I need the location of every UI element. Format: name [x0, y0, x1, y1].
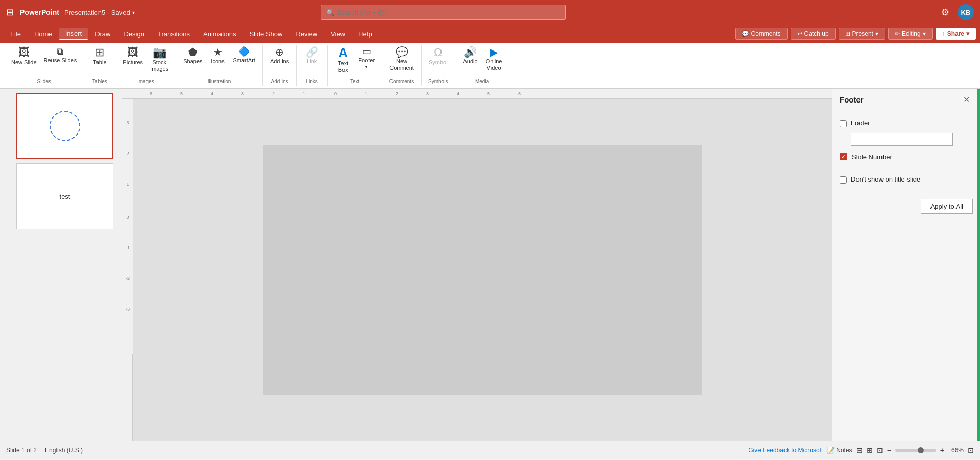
menu-item-review[interactable]: Review	[289, 28, 324, 40]
symbol-icon: Ω	[434, 47, 442, 58]
svg-text:-3: -3	[126, 306, 130, 312]
slide1-placeholder-circle	[50, 111, 80, 141]
status-bar: Slide 1 of 2 English (U.S.) Give Feedbac…	[0, 441, 980, 459]
dont-show-title-label[interactable]: Don't show on title slide	[851, 175, 920, 183]
svg-text:-5: -5	[179, 91, 183, 96]
ribbon-group-addins: ⊕ Add-ins Add-ins	[263, 45, 297, 86]
svg-text:-6: -6	[148, 91, 152, 96]
menu-item-insert[interactable]: Insert	[59, 28, 88, 40]
fit-slide-button[interactable]: ⊡	[968, 446, 974, 454]
menu-item-slideshow[interactable]: Slide Show	[243, 28, 288, 40]
share-icon: ↑	[942, 30, 945, 37]
slide-main	[263, 145, 702, 395]
icons-button[interactable]: ★ Icons	[207, 45, 229, 67]
svg-rect-14	[122, 99, 133, 354]
symbol-button[interactable]: Ω Symbol	[426, 45, 451, 68]
add-ins-button[interactable]: ⊕ Add-ins	[267, 45, 292, 67]
slide-thumb-wrapper-1: 1	[4, 93, 118, 159]
zoom-in-button[interactable]: +	[940, 446, 944, 454]
footer-arrow-icon: ▾	[365, 65, 368, 69]
zoom-level: 66%	[948, 447, 964, 454]
smartart-button[interactable]: 🔷 SmartArt	[230, 45, 258, 66]
menu-item-transitions[interactable]: Transitions	[152, 28, 196, 40]
search-box[interactable]: 🔍	[321, 5, 566, 20]
text-box-button[interactable]: A TextBox	[332, 45, 354, 75]
link-button[interactable]: 🔗 Link	[301, 45, 323, 67]
new-slide-button[interactable]: 🖼 New Slide	[8, 45, 40, 68]
notes-button[interactable]: 📝 Notes	[827, 447, 852, 454]
normal-view-button[interactable]: ⊟	[856, 446, 863, 454]
footer-panel: Footer ✕ Footer Slide Number Don't show …	[832, 89, 980, 441]
menu-item-draw[interactable]: Draw	[89, 28, 116, 40]
online-video-button[interactable]: ▶ OnlineVideo	[483, 45, 505, 73]
apply-all-row: Apply to All	[840, 193, 973, 214]
footer-option-dont-show: Don't show on title slide	[840, 175, 973, 184]
feedback-link[interactable]: Give Feedback to Microsoft	[748, 447, 823, 454]
svg-text:1: 1	[126, 182, 129, 187]
svg-text:3: 3	[126, 120, 129, 125]
editing-button[interactable]: ✏ Editing ▾	[888, 28, 933, 40]
footer-ribbon-icon: ▭	[362, 47, 371, 56]
footer-panel-header: Footer ✕	[832, 89, 980, 111]
catchup-button[interactable]: ↩ Catch up	[791, 28, 836, 40]
menu-right-buttons: 💬 Comments ↩ Catch up ⊞ Present ▾ ✏ Edit…	[735, 28, 976, 40]
apply-to-all-button[interactable]: Apply to All	[921, 199, 973, 214]
pictures-icon: 🖼	[127, 47, 138, 58]
file-dropdown-icon[interactable]: ▾	[132, 10, 135, 15]
ribbon-group-text: A TextBox ▭ Footer ▾ Text	[328, 45, 382, 86]
new-comment-button[interactable]: 💬 NewComment	[386, 45, 417, 73]
ruler-horizontal: -6 -5 -4 -3 -2 -1 0 1 2 3 4 5 6	[122, 89, 832, 99]
footer-panel-close-button[interactable]: ✕	[960, 94, 973, 106]
svg-text:1: 1	[365, 91, 368, 96]
notes-icon: 📝	[827, 447, 835, 454]
slide-canvas[interactable]	[133, 99, 832, 441]
reuse-slides-button[interactable]: ⧉ Reuse Slides	[41, 45, 80, 66]
svg-rect-0	[122, 89, 832, 99]
language-indicator: English (U.S.)	[45, 447, 83, 454]
share-button[interactable]: ↑ Share ▾	[936, 28, 976, 40]
footer-text-input[interactable]	[851, 133, 953, 146]
footer-button[interactable]: ▭ Footer ▾	[355, 45, 378, 71]
svg-text:3: 3	[426, 91, 429, 96]
present-dropdown-icon: ▾	[875, 30, 878, 37]
svg-text:6: 6	[518, 91, 521, 96]
pictures-button[interactable]: 🖼 Pictures	[119, 45, 146, 68]
ribbon-group-media: 🔊 Audio ▶ OnlineVideo Media	[455, 45, 509, 86]
user-avatar[interactable]: KB	[958, 4, 974, 20]
ribbon-group-tables: ⊞ Table Tables	[84, 45, 115, 86]
audio-icon: 🔊	[464, 47, 477, 57]
slide2-text: test	[60, 193, 70, 200]
audio-button[interactable]: 🔊 Audio	[459, 45, 482, 67]
zoom-slider-container[interactable]	[895, 449, 936, 452]
main-area: 1 2 test -6 -5 -4 -3 -2 -1 0	[0, 89, 980, 441]
slide-thumbnail-1[interactable]	[16, 93, 113, 159]
settings-button[interactable]: ⚙	[937, 4, 953, 20]
menu-item-file[interactable]: File	[4, 28, 27, 40]
table-button[interactable]: ⊞ Table	[88, 45, 111, 68]
app-grid-icon[interactable]: ⊞	[6, 7, 14, 18]
menu-item-view[interactable]: View	[325, 28, 351, 40]
comments-button[interactable]: 💬 Comments	[735, 28, 788, 40]
footer-option-footer: Footer	[840, 119, 973, 127]
stock-images-button[interactable]: 📷 StockImages	[147, 45, 172, 74]
slide-number-checkbox[interactable]	[840, 153, 847, 160]
slide-number-label[interactable]: Slide Number	[852, 153, 892, 161]
reading-view-button[interactable]: ⊡	[877, 446, 883, 454]
slide-thumbnail-2[interactable]: test	[16, 163, 113, 229]
footer-label[interactable]: Footer	[851, 119, 870, 127]
menu-item-help[interactable]: Help	[352, 28, 378, 40]
menu-item-design[interactable]: Design	[118, 28, 151, 40]
present-icon: ⊞	[845, 30, 850, 37]
footer-checkbox[interactable]	[840, 120, 847, 127]
zoom-out-button[interactable]: −	[887, 446, 891, 454]
menu-item-animations[interactable]: Animations	[197, 28, 242, 40]
canvas-column: -6 -5 -4 -3 -2 -1 0 1 2 3 4 5 6 3	[122, 89, 832, 441]
slide-sorter-button[interactable]: ⊞	[867, 446, 873, 454]
footer-panel-body: Footer Slide Number Don't show on title …	[832, 111, 980, 222]
shapes-button[interactable]: ⬟ Shapes	[180, 45, 205, 67]
present-button[interactable]: ⊞ Present ▾	[839, 28, 885, 40]
search-input[interactable]	[337, 9, 560, 16]
dont-show-title-checkbox[interactable]	[840, 176, 847, 184]
new-slide-icon: 🖼	[18, 47, 30, 58]
menu-item-home[interactable]: Home	[28, 28, 58, 40]
